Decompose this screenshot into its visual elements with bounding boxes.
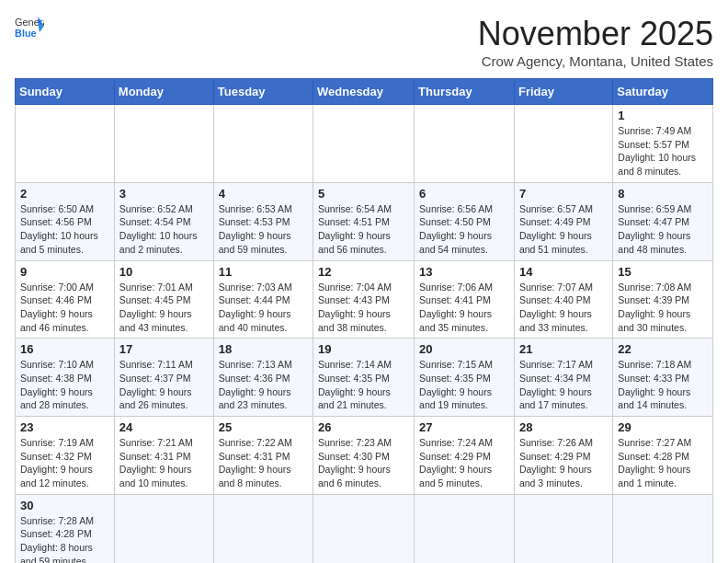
day-info: Sunrise: 7:13 AMSunset: 4:36 PMDaylight:… [219,359,292,410]
calendar-cell: 2Sunrise: 6:50 AMSunset: 4:56 PMDaylight… [16,182,115,260]
day-number: 24 [119,420,209,434]
day-info: Sunrise: 7:26 AMSunset: 4:29 PMDaylight:… [519,437,593,488]
calendar-week-4: 16Sunrise: 7:10 AMSunset: 4:38 PMDayligh… [16,339,713,417]
day-number: 23 [20,420,109,434]
day-number: 13 [419,265,509,279]
day-info: Sunrise: 7:03 AMSunset: 4:44 PMDaylight:… [219,282,292,333]
day-info: Sunrise: 7:18 AMSunset: 4:33 PMDaylight:… [618,359,691,410]
calendar-cell: 10Sunrise: 7:01 AMSunset: 4:45 PMDayligh… [114,260,213,339]
day-info: Sunrise: 7:10 AMSunset: 4:38 PMDaylight:… [20,359,94,410]
day-info: Sunrise: 6:54 AMSunset: 4:51 PMDaylight:… [318,203,392,255]
day-number: 3 [119,187,209,201]
day-number: 22 [618,342,708,356]
day-number: 11 [219,265,308,279]
day-info: Sunrise: 7:17 AMSunset: 4:34 PMDaylight:… [519,359,593,410]
logo-icon: General Blue [15,15,44,40]
header: General Blue November 2025 Crow Agency, … [15,15,713,69]
calendar-cell [16,105,115,183]
calendar-cell: 6Sunrise: 6:56 AMSunset: 4:50 PMDaylight… [415,182,515,260]
calendar-cell: 19Sunrise: 7:14 AMSunset: 4:35 PMDayligh… [313,339,415,417]
calendar-cell [613,494,713,563]
day-info: Sunrise: 7:01 AMSunset: 4:45 PMDaylight:… [119,282,193,333]
calendar-cell: 29Sunrise: 7:27 AMSunset: 4:28 PMDayligh… [613,417,713,495]
calendar-cell: 5Sunrise: 6:54 AMSunset: 4:51 PMDaylight… [313,182,415,260]
calendar-cell: 20Sunrise: 7:15 AMSunset: 4:35 PMDayligh… [415,339,515,417]
day-info: Sunrise: 6:50 AMSunset: 4:56 PMDaylight:… [20,203,98,255]
day-info: Sunrise: 6:59 AMSunset: 4:47 PMDaylight:… [618,203,691,255]
weekday-header-tuesday: Tuesday [213,79,313,105]
calendar-cell: 12Sunrise: 7:04 AMSunset: 4:43 PMDayligh… [313,260,415,339]
day-number: 8 [618,187,708,201]
logo: General Blue [15,15,44,40]
day-number: 28 [519,420,608,434]
day-number: 20 [419,342,509,356]
day-number: 1 [618,109,708,122]
day-number: 12 [318,265,409,279]
calendar-cell [514,494,612,563]
calendar-cell: 4Sunrise: 6:53 AMSunset: 4:53 PMDaylight… [213,182,313,260]
day-info: Sunrise: 6:56 AMSunset: 4:50 PMDaylight:… [419,203,493,255]
calendar-cell [415,494,515,563]
calendar-cell: 18Sunrise: 7:13 AMSunset: 4:36 PMDayligh… [213,339,313,417]
calendar-cell: 25Sunrise: 7:22 AMSunset: 4:31 PMDayligh… [213,417,313,495]
weekday-header-monday: Monday [114,79,213,105]
day-info: Sunrise: 7:28 AMSunset: 4:28 PMDaylight:… [20,515,94,563]
calendar-cell: 27Sunrise: 7:24 AMSunset: 4:29 PMDayligh… [415,417,515,495]
calendar-cell: 7Sunrise: 6:57 AMSunset: 4:49 PMDaylight… [514,182,612,260]
calendar-week-2: 2Sunrise: 6:50 AMSunset: 4:56 PMDaylight… [16,182,713,260]
day-info: Sunrise: 7:19 AMSunset: 4:32 PMDaylight:… [20,437,94,488]
calendar-cell: 14Sunrise: 7:07 AMSunset: 4:40 PMDayligh… [514,260,612,339]
weekday-header-wednesday: Wednesday [313,79,415,105]
calendar-cell [213,105,313,183]
calendar-cell [114,105,213,183]
calendar-week-1: 1Sunrise: 7:49 AMSunset: 5:57 PMDaylight… [16,105,713,183]
day-info: Sunrise: 7:06 AMSunset: 4:41 PMDaylight:… [419,282,493,333]
day-info: Sunrise: 7:07 AMSunset: 4:40 PMDaylight:… [519,282,593,333]
day-number: 16 [20,342,109,356]
calendar-cell: 24Sunrise: 7:21 AMSunset: 4:31 PMDayligh… [114,417,213,495]
day-info: Sunrise: 7:24 AMSunset: 4:29 PMDaylight:… [419,437,493,488]
day-number: 26 [318,420,409,434]
calendar-cell: 21Sunrise: 7:17 AMSunset: 4:34 PMDayligh… [514,339,612,417]
calendar-cell [114,494,213,563]
calendar: SundayMondayTuesdayWednesdayThursdayFrid… [15,78,713,563]
calendar-cell: 11Sunrise: 7:03 AMSunset: 4:44 PMDayligh… [213,260,313,339]
weekday-header-row: SundayMondayTuesdayWednesdayThursdayFrid… [16,79,713,105]
calendar-cell [313,494,415,563]
day-info: Sunrise: 7:11 AMSunset: 4:37 PMDaylight:… [119,359,193,410]
day-number: 14 [519,265,608,279]
day-number: 15 [618,265,708,279]
calendar-cell: 26Sunrise: 7:23 AMSunset: 4:30 PMDayligh… [313,417,415,495]
day-info: Sunrise: 7:14 AMSunset: 4:35 PMDaylight:… [318,359,392,410]
day-number: 25 [219,420,308,434]
day-info: Sunrise: 7:22 AMSunset: 4:31 PMDaylight:… [219,437,292,488]
calendar-week-6: 30Sunrise: 7:28 AMSunset: 4:28 PMDayligh… [16,494,713,563]
day-number: 27 [419,420,509,434]
weekday-header-thursday: Thursday [415,79,515,105]
calendar-cell: 23Sunrise: 7:19 AMSunset: 4:32 PMDayligh… [16,417,115,495]
day-info: Sunrise: 6:53 AMSunset: 4:53 PMDaylight:… [219,203,292,255]
calendar-cell: 3Sunrise: 6:52 AMSunset: 4:54 PMDaylight… [114,182,213,260]
weekday-header-friday: Friday [514,79,612,105]
weekday-header-saturday: Saturday [613,79,713,105]
calendar-cell: 15Sunrise: 7:08 AMSunset: 4:39 PMDayligh… [613,260,713,339]
day-number: 21 [519,342,608,356]
day-number: 29 [618,420,708,434]
calendar-cell: 28Sunrise: 7:26 AMSunset: 4:29 PMDayligh… [514,417,612,495]
calendar-cell: 9Sunrise: 7:00 AMSunset: 4:46 PMDaylight… [16,260,115,339]
day-number: 9 [20,265,109,279]
calendar-cell [514,105,612,183]
calendar-cell: 22Sunrise: 7:18 AMSunset: 4:33 PMDayligh… [613,339,713,417]
day-number: 6 [419,187,509,201]
calendar-cell: 16Sunrise: 7:10 AMSunset: 4:38 PMDayligh… [16,339,115,417]
day-info: Sunrise: 7:27 AMSunset: 4:28 PMDaylight:… [618,437,691,488]
weekday-header-sunday: Sunday [16,79,115,105]
day-info: Sunrise: 6:52 AMSunset: 4:54 PMDaylight:… [119,203,198,255]
day-number: 2 [20,187,109,201]
calendar-cell: 1Sunrise: 7:49 AMSunset: 5:57 PMDaylight… [613,105,713,183]
day-info: Sunrise: 7:15 AMSunset: 4:35 PMDaylight:… [419,359,493,410]
day-number: 5 [318,187,409,201]
calendar-cell: 8Sunrise: 6:59 AMSunset: 4:47 PMDaylight… [613,182,713,260]
day-info: Sunrise: 7:21 AMSunset: 4:31 PMDaylight:… [119,437,193,488]
calendar-cell: 13Sunrise: 7:06 AMSunset: 4:41 PMDayligh… [415,260,515,339]
